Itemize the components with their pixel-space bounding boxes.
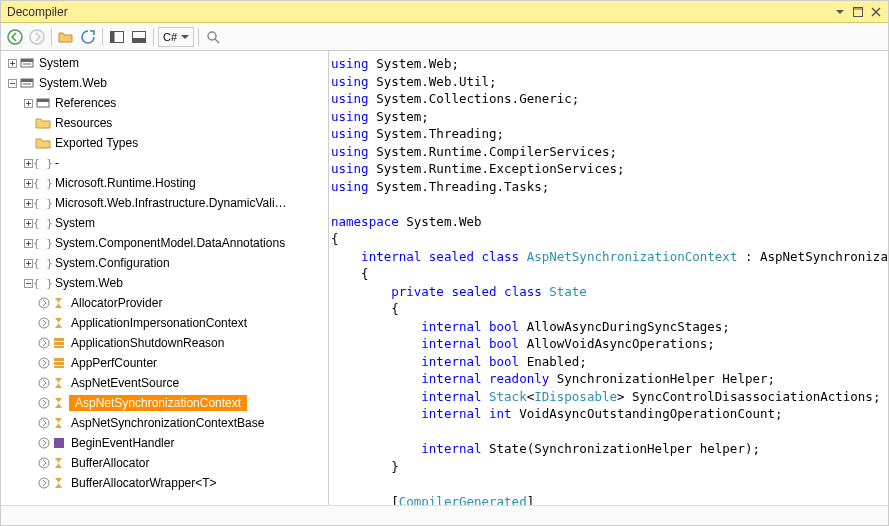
tree-label: References — [53, 96, 118, 110]
separator — [153, 28, 154, 46]
footer — [1, 505, 888, 525]
tree-node[interactable]: BeginEventHandler — [1, 433, 328, 453]
chevron-icon[interactable] — [37, 417, 51, 429]
svg-point-2 — [8, 30, 22, 44]
tree-node[interactable]: Exported Types — [1, 133, 328, 153]
ns-icon: { } — [35, 235, 51, 251]
tree-label: System.Configuration — [53, 256, 172, 270]
tree-node[interactable]: References — [1, 93, 328, 113]
asm-icon — [19, 75, 35, 91]
tree-node[interactable]: AspNetSynchronizationContextBase — [1, 413, 328, 433]
tree-node[interactable]: { }- — [1, 153, 328, 173]
tree-node[interactable]: { }System.Web — [1, 273, 328, 293]
tree-panel[interactable]: SystemSystem.WebReferencesResourcesExpor… — [1, 51, 329, 505]
class-icon — [51, 315, 67, 331]
dropdown-icon[interactable] — [832, 5, 848, 19]
language-label: C# — [163, 31, 177, 43]
tree-node[interactable]: AppPerfCounter — [1, 353, 328, 373]
enum-icon — [51, 355, 67, 371]
chevron-icon[interactable] — [37, 357, 51, 369]
search-button[interactable] — [203, 27, 223, 47]
tree-label: System.ComponentModel.DataAnnotations — [53, 236, 287, 250]
tree-label: - — [53, 156, 61, 170]
tree-label: BufferAllocator — [69, 456, 152, 470]
tree-node[interactable]: AspNetEventSource — [1, 373, 328, 393]
svg-rect-60 — [54, 438, 64, 448]
refresh-button[interactable] — [78, 27, 98, 47]
tree-label: Microsoft.Web.Infrastructure.DynamicVali… — [53, 196, 289, 210]
tree-node[interactable]: AspNetSynchronizationContext — [1, 393, 328, 413]
ns-icon: { } — [35, 155, 51, 171]
tree-node[interactable]: { }Microsoft.Web.Infrastructure.DynamicV… — [1, 193, 328, 213]
class-icon — [51, 375, 67, 391]
svg-point-48 — [39, 338, 49, 348]
class-icon — [51, 415, 67, 431]
chevron-icon[interactable] — [37, 437, 51, 449]
titlebar: Decompiler — [1, 1, 888, 23]
window-button-2[interactable] — [129, 27, 149, 47]
chevron-icon[interactable] — [37, 337, 51, 349]
expand-icon[interactable] — [5, 79, 19, 88]
maximize-icon[interactable] — [850, 5, 866, 19]
back-button[interactable] — [5, 27, 25, 47]
window-button-1[interactable] — [107, 27, 127, 47]
svg-point-58 — [39, 418, 49, 428]
class-icon — [51, 455, 67, 471]
class-icon — [51, 395, 67, 411]
separator — [198, 28, 199, 46]
tree-node[interactable]: ApplicationImpersonationContext — [1, 313, 328, 333]
expand-icon[interactable] — [21, 99, 35, 108]
tree-node[interactable]: Resources — [1, 113, 328, 133]
chevron-icon[interactable] — [37, 457, 51, 469]
svg-point-8 — [208, 32, 216, 40]
ref-icon — [35, 95, 51, 111]
language-selector[interactable]: C# — [158, 27, 194, 47]
svg-point-52 — [39, 358, 49, 368]
svg-rect-49 — [54, 338, 64, 341]
tree-label: ApplicationShutdownReason — [69, 336, 226, 350]
close-icon[interactable] — [868, 5, 884, 19]
tree-label: BufferAllocatorWrapper<T> — [69, 476, 219, 490]
code-panel[interactable]: using System.Web; using System.Web.Util;… — [329, 51, 888, 505]
tree-label: System.Web — [37, 76, 109, 90]
tree-node[interactable]: { }System.Configuration — [1, 253, 328, 273]
chevron-icon[interactable] — [37, 477, 51, 489]
tree-node[interactable]: { }System — [1, 213, 328, 233]
tree-label: AspNetEventSource — [69, 376, 181, 390]
separator — [102, 28, 103, 46]
tree-label: System — [53, 216, 97, 230]
expand-icon[interactable] — [5, 59, 19, 68]
delegate-icon — [51, 435, 67, 451]
tree-node[interactable]: BufferAllocator — [1, 453, 328, 473]
tree-node[interactable]: { }Microsoft.Runtime.Hosting — [1, 173, 328, 193]
tree-label: BeginEventHandler — [69, 436, 176, 450]
tree-node[interactable]: ApplicationShutdownReason — [1, 333, 328, 353]
folder-icon — [35, 115, 51, 131]
forward-button[interactable] — [27, 27, 47, 47]
ns-icon: { } — [35, 215, 51, 231]
svg-point-3 — [30, 30, 44, 44]
svg-rect-19 — [21, 79, 33, 82]
separator — [51, 28, 52, 46]
svg-point-57 — [39, 398, 49, 408]
tree-node[interactable]: { }System.ComponentModel.DataAnnotations — [1, 233, 328, 253]
chevron-icon[interactable] — [37, 317, 51, 329]
class-icon — [51, 475, 67, 491]
tree-node[interactable]: System.Web — [1, 73, 328, 93]
tree-node[interactable]: System — [1, 53, 328, 73]
chevron-icon[interactable] — [37, 397, 51, 409]
tree-node[interactable]: BufferAllocatorWrapper<T> — [1, 473, 328, 493]
tree-label: AllocatorProvider — [69, 296, 164, 310]
chevron-icon[interactable] — [37, 297, 51, 309]
ns-icon: { } — [35, 195, 51, 211]
svg-point-61 — [39, 458, 49, 468]
svg-point-59 — [39, 438, 49, 448]
chevron-icon[interactable] — [37, 377, 51, 389]
open-button[interactable] — [56, 27, 76, 47]
tree-label: Resources — [53, 116, 114, 130]
tree-node[interactable]: AllocatorProvider — [1, 293, 328, 313]
svg-rect-53 — [54, 358, 64, 361]
svg-rect-55 — [54, 366, 64, 368]
tree-label: Microsoft.Runtime.Hosting — [53, 176, 198, 190]
tree-label: System.Web — [53, 276, 125, 290]
